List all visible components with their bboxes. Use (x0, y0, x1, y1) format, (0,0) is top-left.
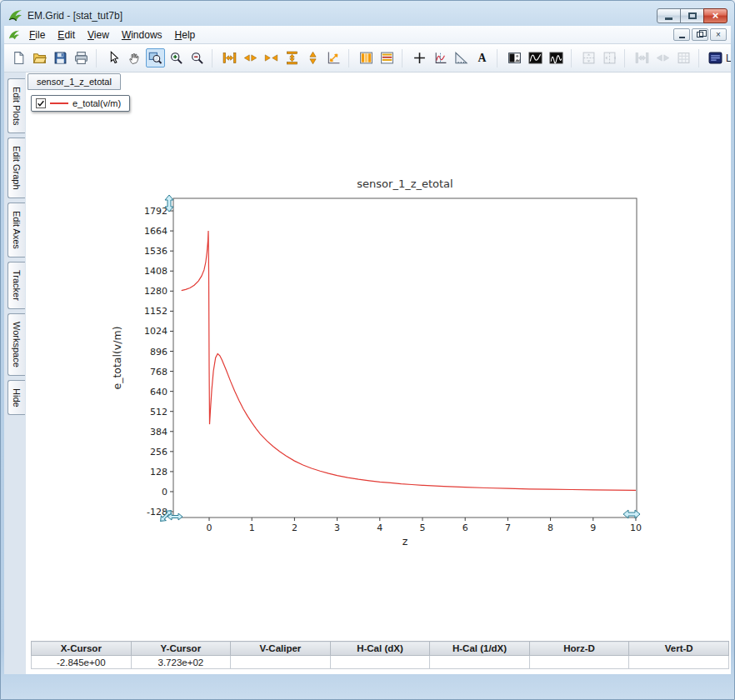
layout-label: Layout (726, 52, 731, 64)
expand-x-button[interactable] (241, 48, 260, 68)
plot-area[interactable] (173, 198, 637, 518)
mdi-window-controls: × (673, 28, 727, 41)
legend[interactable]: e_total(v/m) (31, 95, 130, 112)
readout-value (529, 656, 629, 669)
data-rows-button[interactable] (378, 48, 397, 68)
app-logo-icon (8, 8, 22, 22)
chart-title: sensor_1_z_etotal (357, 178, 452, 190)
minimize-icon (665, 18, 672, 20)
text-annotation-button[interactable]: A (472, 48, 492, 68)
legend-checkbox[interactable] (36, 98, 46, 108)
split-horizontal-icon (602, 51, 617, 65)
mdi-minimize-icon (679, 37, 685, 38)
y-tick-label: 640 (150, 387, 168, 398)
x-axis-pan-handle-icon[interactable] (622, 508, 641, 524)
readout-value (330, 656, 430, 669)
readout-header: X-Cursor (32, 642, 132, 656)
expand-y-button[interactable] (303, 48, 322, 68)
zoom-out-button[interactable] (188, 48, 207, 68)
mdi-close-icon: × (716, 31, 721, 39)
minimize-button[interactable] (657, 8, 681, 23)
print-icon (74, 51, 88, 65)
sidebar-tab-edit-graph[interactable]: Edit Graph (8, 138, 25, 198)
y-tick-label: 512 (150, 407, 168, 418)
new-file-button[interactable] (9, 48, 28, 68)
fit-height-button[interactable] (282, 48, 302, 68)
pan-button[interactable] (125, 48, 144, 68)
window-controls: × (657, 8, 728, 23)
sidebar-tab-edit-axes[interactable]: Edit Axes (8, 202, 25, 258)
readout-header: Vert-D (629, 642, 729, 656)
maximize-button[interactable] (680, 8, 704, 23)
y-tick-label: 1408 (144, 266, 168, 277)
mdi-close-button[interactable]: × (710, 28, 727, 41)
y-axis-pan-handle-icon[interactable] (162, 194, 176, 216)
menu-item-help[interactable]: Help (169, 28, 202, 42)
menu-bar: FileEditViewWindowsHelp × (4, 26, 731, 44)
menu-item-windows[interactable]: Windows (116, 28, 168, 42)
data-table-button[interactable] (357, 48, 376, 68)
split-vertical-button (579, 48, 598, 68)
origin-pan-handle-icon[interactable] (158, 502, 186, 528)
fit-height-icon (285, 51, 299, 65)
add-marker-button[interactable] (410, 48, 429, 68)
chart[interactable]: -128012825638451264076889610241152128014… (109, 172, 659, 558)
y-tick-label: 1024 (144, 326, 168, 337)
readout-header: H-Cal (dX) (330, 642, 430, 656)
x-tick-label: 6 (462, 522, 468, 533)
cursor-readout-table: X-CursorY-CursorV-CaliperH-Cal (dX)H-Cal… (31, 641, 729, 669)
tracker-icon (433, 51, 448, 65)
y-tick-label: 1664 (144, 226, 168, 237)
x-axis-label: z (402, 535, 408, 548)
caliper-button[interactable] (452, 48, 471, 68)
mdi-restore-icon (697, 32, 703, 38)
split-horizontal-button (600, 48, 619, 68)
title-bar: EM.Grid - [stat_tut7b] × (1, 1, 734, 26)
mdi-minimize-button[interactable] (673, 28, 690, 41)
window-title: EM.Grid - [stat_tut7b] (28, 10, 657, 22)
waveform-view-2-button[interactable] (547, 48, 566, 68)
y-axis-label: e_total(v/m) (111, 326, 123, 389)
menu-item-file[interactable]: File (23, 28, 51, 42)
grid-view-button (674, 48, 693, 68)
x-tick-label: 9 (590, 522, 596, 533)
image-export-button[interactable] (505, 48, 524, 68)
sidebar-tab-tracker[interactable]: Tracker (8, 262, 25, 309)
close-button[interactable]: × (703, 8, 728, 23)
x-tick-label: 8 (548, 522, 553, 533)
document-tab[interactable]: sensor_1_z_etotal (28, 73, 121, 90)
readout-value (231, 656, 331, 669)
waveform-view-button[interactable] (526, 48, 545, 68)
select-pointer-button[interactable] (104, 48, 123, 68)
tracker-button[interactable] (431, 48, 450, 68)
legend-line-sample (50, 102, 68, 104)
zoom-in-button[interactable] (167, 48, 186, 68)
zoom-window-button[interactable] (146, 48, 165, 68)
layout-icon (708, 51, 722, 65)
sidebar-tab-hide[interactable]: Hide (8, 380, 25, 416)
fit-width-button[interactable] (220, 48, 239, 68)
readout-value: -2.845e+00 (32, 656, 132, 669)
autoscale-button[interactable] (324, 48, 343, 68)
layout-button[interactable]: Layout (708, 51, 731, 65)
x-tick-label: 4 (377, 522, 382, 533)
menu-items: FileEditViewWindowsHelp (23, 28, 202, 42)
toolbar-separator (497, 49, 502, 68)
mdi-restore-button[interactable] (692, 28, 708, 41)
sidebar-tab-edit-plots[interactable]: Edit Plots (8, 78, 25, 133)
y-tick-label: 1280 (144, 286, 168, 297)
menu-item-view[interactable]: View (82, 28, 115, 42)
readout-value (430, 656, 530, 669)
y-tick-label: 384 (150, 427, 168, 438)
chart-canvas[interactable]: -128012825638451264076889610241152128014… (109, 172, 659, 558)
document-icon[interactable] (8, 29, 20, 41)
sidebar-tab-workspace[interactable]: Workspace (8, 313, 25, 376)
menu-item-edit[interactable]: Edit (52, 28, 81, 42)
fit-width-icon (222, 51, 237, 65)
save-button[interactable] (51, 48, 70, 68)
pan-hand-icon (128, 51, 142, 65)
y-tick-label: 1536 (144, 246, 168, 257)
print-button[interactable] (72, 48, 91, 68)
compress-x-button[interactable] (262, 48, 281, 68)
open-file-button[interactable] (30, 48, 49, 68)
